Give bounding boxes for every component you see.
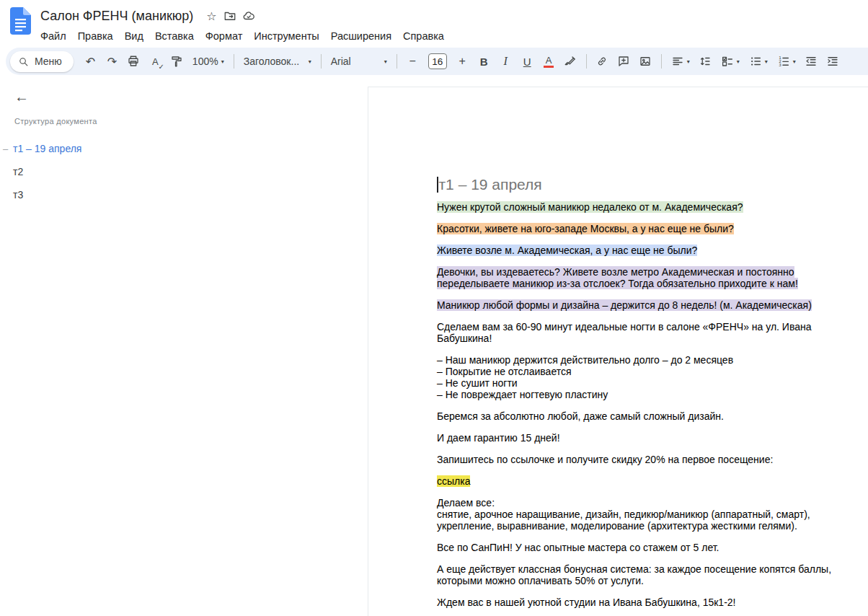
paragraph[interactable]: Все по СанПиН! У нас опытные мастера со … <box>437 542 855 553</box>
bold-button[interactable]: B <box>474 52 494 71</box>
indent-increase-button[interactable] <box>823 52 843 71</box>
title-row: Салон ФРЕНЧ (маникюр) ☆ <box>40 6 450 26</box>
insert-comment-button[interactable] <box>614 52 634 71</box>
print-icon <box>127 55 140 68</box>
chevron-down-icon: ▾ <box>687 58 690 65</box>
search-icon <box>18 56 29 67</box>
text-run: Делаем все: снятие, арочное наращивание,… <box>437 497 810 532</box>
paragraph[interactable]: Нужен крутой сложный маникюр недалеко от… <box>437 201 855 213</box>
menu-tools[interactable]: Инструменты <box>248 28 324 44</box>
move-folder-icon[interactable] <box>221 7 239 25</box>
document-heading[interactable]: т1 – 19 апреля <box>437 175 855 194</box>
text-run: А еще действует классная бонусная систем… <box>437 563 831 586</box>
indent-icon <box>805 55 818 68</box>
text-run: И даем гарантию 15 дней! <box>437 432 560 444</box>
zoom-select[interactable]: 100% ▾ <box>189 52 228 71</box>
font-size-input[interactable]: 16 <box>428 53 447 69</box>
toolbar-separator <box>234 54 234 69</box>
paragraph[interactable]: Делаем все: снятие, арочное наращивание,… <box>437 497 855 532</box>
styles-select[interactable]: Заголовок... ▾ <box>240 52 315 71</box>
bulleted-list-button[interactable]: ▾ <box>745 52 771 71</box>
outline-title: Структура документа <box>14 117 97 126</box>
outline-item-t1[interactable]: – т1 – 19 апреля <box>0 137 238 160</box>
highlight-color-button[interactable] <box>561 52 580 71</box>
chevron-down-icon: ▾ <box>221 58 224 65</box>
paragraph[interactable]: Запишитесь по ссылочке и получите скидку… <box>437 454 855 465</box>
toolbar-separator <box>397 54 397 69</box>
highlighted-text: Маникюр любой формы и дизайна – держится… <box>437 299 812 311</box>
toolbar-separator <box>321 54 322 69</box>
highlighted-text: Красотки, живете на юго-западе Москвы, а… <box>437 223 734 234</box>
docs-logo[interactable] <box>10 7 31 35</box>
line-spacing-button[interactable] <box>696 52 715 71</box>
menu-bar: Файл Правка Вид Вставка Формат Инструмен… <box>35 26 450 46</box>
bulleted-list-icon <box>749 55 762 68</box>
paragraph[interactable]: Сделаем вам за 60-90 минут идеальные ног… <box>437 321 855 344</box>
menu-extensions[interactable]: Расширения <box>325 28 397 44</box>
paragraph[interactable]: Беремся за абсолютно любой, даже самый с… <box>437 410 855 422</box>
document-content: т1 – 19 апреля Нужен крутой сложный мани… <box>437 175 855 616</box>
print-button[interactable] <box>124 52 143 71</box>
toolbar-separator <box>586 54 587 69</box>
text-run: Беремся за абсолютно любой, даже самый с… <box>437 410 724 422</box>
text-run: Сделаем вам за 60-90 минут идеальные ног… <box>437 321 812 344</box>
increase-font-size-button[interactable]: + <box>453 52 472 71</box>
menu-format[interactable]: Формат <box>200 28 249 44</box>
font-select[interactable]: Arial ▾ <box>327 52 391 71</box>
spellcheck-button[interactable]: A ✓ <box>146 52 165 71</box>
paint-roller-icon <box>170 55 183 68</box>
checklist-icon <box>721 55 734 68</box>
paragraph[interactable]: ссылка <box>437 475 855 487</box>
paragraph[interactable]: Живете возле м. Академическая, а у нас е… <box>437 245 855 256</box>
document-title[interactable]: Салон ФРЕНЧ (маникюр) <box>40 9 193 24</box>
highlighter-icon <box>564 55 577 68</box>
insert-image-button[interactable] <box>636 52 655 71</box>
highlighted-text: Живете возле м. Академическая, а у нас е… <box>437 245 697 256</box>
align-button[interactable]: ▾ <box>668 52 694 71</box>
text-color-button[interactable]: A <box>539 52 559 71</box>
outline-item-t2[interactable]: т2 <box>0 160 238 183</box>
text-cursor <box>437 177 438 193</box>
undo-button[interactable]: ↶ <box>81 52 100 71</box>
paint-format-button[interactable] <box>167 52 187 71</box>
text-color-swatch <box>544 66 554 68</box>
header: Салон ФРЕНЧ (маникюр) ☆ Файл Правка Вид … <box>0 0 868 45</box>
underline-button[interactable]: U <box>518 52 537 71</box>
toolbar-menu-button[interactable]: Меню <box>10 51 74 72</box>
menu-insert[interactable]: Вставка <box>149 28 200 44</box>
numbered-list-icon: 1 2 3 <box>777 55 790 68</box>
menu-edit[interactable]: Правка <box>72 28 119 44</box>
paragraph[interactable]: Красотки, живете на юго-западе Москвы, а… <box>437 223 855 234</box>
chevron-down-icon: ▾ <box>309 58 311 65</box>
menu-help[interactable]: Справка <box>397 28 450 44</box>
indent-icon <box>826 55 839 68</box>
highlighted-text: ссылка <box>437 475 470 487</box>
paragraph[interactable]: А еще действует классная бонусная систем… <box>437 563 855 586</box>
highlighted-text: Девочки, вы издеваетесь? Живете возле ме… <box>437 266 798 289</box>
chevron-down-icon: ▾ <box>793 58 796 65</box>
star-icon[interactable]: ☆ <box>202 7 221 25</box>
indent-decrease-button[interactable] <box>802 52 821 71</box>
menu-view[interactable]: Вид <box>119 28 149 44</box>
spellcheck-icon: A <box>152 56 159 67</box>
close-outline-button[interactable]: ← <box>12 87 32 107</box>
paragraph[interactable]: И даем гарантию 15 дней! <box>437 432 855 444</box>
document-page[interactable]: т1 – 19 апреля Нужен крутой сложный мани… <box>368 87 868 616</box>
paragraph[interactable]: – Наш маникюр держится действительно дол… <box>437 354 855 400</box>
line-spacing-icon <box>699 55 712 68</box>
document-outline: – т1 – 19 апреля т2 т3 <box>0 137 238 206</box>
paragraph[interactable]: Маникюр любой формы и дизайна – держится… <box>437 299 855 311</box>
text-run: Ждем вас в нашей уютной студии на Ивана … <box>437 597 735 608</box>
paragraph[interactable]: Девочки, вы издеваетесь? Живете возле ме… <box>437 266 855 289</box>
paragraph[interactable]: Ждем вас в нашей уютной студии на Ивана … <box>437 597 855 608</box>
outline-active-dash: – <box>3 144 8 154</box>
numbered-list-button[interactable]: 1 2 3 ▾ <box>774 52 800 71</box>
outline-item-t3[interactable]: т3 <box>0 183 238 206</box>
toolbar-menu-label: Меню <box>35 56 62 67</box>
checklist-button[interactable]: ▾ <box>717 52 743 71</box>
insert-link-button[interactable] <box>593 52 612 71</box>
italic-button[interactable]: I <box>496 52 515 71</box>
menu-file[interactable]: Файл <box>35 28 72 44</box>
redo-button[interactable]: ↷ <box>102 52 122 71</box>
decrease-font-size-button[interactable]: − <box>403 52 422 71</box>
